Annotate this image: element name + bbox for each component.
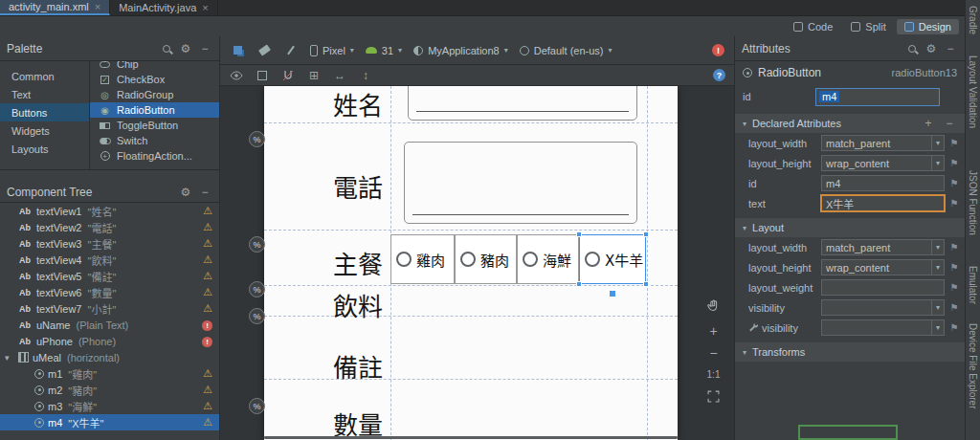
minimize-icon[interactable]: −: [197, 185, 212, 200]
palette-item-togglebutton[interactable]: ToggleButton: [90, 118, 219, 133]
locale-selector[interactable]: Default (en-us) ▾: [520, 45, 612, 56]
percent-badge[interactable]: %: [249, 308, 265, 324]
zoom-to-fit-icon[interactable]: [707, 390, 720, 405]
id-input[interactable]: m4: [815, 88, 940, 106]
chevron-down-icon[interactable]: ▾: [931, 300, 944, 315]
canvas-area[interactable]: 姓名 電話 主餐 雞肉 豬肉 海鮮: [220, 86, 734, 440]
tool-tab-gradle[interactable]: Gradle: [968, 6, 978, 34]
tree-item-textview1[interactable]: Ab textView1 "姓名" ⚠: [0, 203, 219, 219]
palette-item-chip[interactable]: Chip: [90, 61, 219, 72]
tree-item-uphone[interactable]: Ab uPhone (Phone) !: [0, 333, 219, 349]
blueprint-icon[interactable]: [255, 68, 270, 83]
tool-tab-device-file-explorer[interactable]: Device File Explorer: [968, 323, 978, 408]
name-edittext[interactable]: [408, 86, 637, 121]
design-artboard[interactable]: 姓名 電話 主餐 雞肉 豬肉 海鮮: [264, 86, 678, 440]
flag-icon[interactable]: ⚑: [948, 262, 960, 273]
tree-item-uname[interactable]: Ab uName (Plain Text) !: [0, 317, 219, 333]
zoom-ratio-button[interactable]: 1:1: [707, 369, 721, 380]
close-icon[interactable]: ×: [95, 1, 100, 12]
tree-item-m3[interactable]: m3 "海鮮" ⚠: [0, 398, 219, 414]
name-textview[interactable]: 姓名: [333, 86, 383, 121]
drink-textview[interactable]: 飲料: [333, 287, 383, 322]
tree-item-textview3[interactable]: Ab textView3 "主餐" ⚠: [0, 235, 219, 252]
pan-hand-icon[interactable]: [706, 298, 721, 315]
phone-textview[interactable]: 電話: [333, 168, 383, 204]
layout-weight-field[interactable]: [821, 279, 945, 296]
code-mode-button[interactable]: Code: [786, 19, 840, 34]
section-declared-attributes[interactable]: ▾ Declared Attributes + −: [735, 114, 965, 133]
tree-item-textview7[interactable]: Ab textView7 "小計" ⚠: [0, 300, 219, 317]
infer-constraints-icon[interactable]: [283, 43, 299, 58]
horizontal-arrow-icon[interactable]: ↔: [332, 68, 347, 83]
selection-handle[interactable]: [576, 231, 582, 237]
search-icon[interactable]: [159, 41, 174, 56]
palette-category-text[interactable]: Text: [0, 85, 89, 103]
tree-item-textview5[interactable]: Ab textView5 "備註" ⚠: [0, 268, 219, 284]
palette-category-common[interactable]: Common: [0, 67, 89, 85]
tree-item-textview4[interactable]: Ab textView4 "飲料" ⚠: [0, 252, 219, 268]
vertical-arrow-icon[interactable]: ↕: [358, 68, 373, 83]
tool-tab-emulator[interactable]: Emulator: [968, 266, 978, 304]
device-selector[interactable]: Pixel ▾: [310, 45, 354, 56]
close-icon[interactable]: ×: [202, 2, 208, 13]
gear-icon[interactable]: ⚙: [924, 41, 939, 56]
qty-textview[interactable]: 數量: [333, 406, 383, 440]
tree-item-m4[interactable]: m4 "X牛羊" ⚠: [0, 414, 219, 430]
note-textview[interactable]: 備註: [333, 348, 383, 384]
flag-icon[interactable]: ⚑: [948, 322, 960, 333]
tree-item-umeal[interactable]: ▾ uMeal (horizontal): [0, 349, 219, 365]
tab-mainactivity-java[interactable]: MainActivity.java ×: [110, 0, 218, 15]
view-options-eye-icon[interactable]: [229, 68, 244, 83]
selection-handle[interactable]: [576, 281, 582, 287]
design-mode-button[interactable]: Design: [897, 19, 959, 34]
minimize-icon[interactable]: −: [197, 41, 212, 56]
tool-tab-json-function[interactable]: JSON Function: [968, 170, 978, 235]
tree-item-textview6[interactable]: Ab textView6 "數量" ⚠: [0, 284, 219, 300]
selection-handle[interactable]: [643, 281, 649, 287]
minimize-icon[interactable]: −: [943, 41, 958, 56]
flag-icon[interactable]: ⚑: [948, 178, 960, 188]
percent-badge[interactable]: %: [249, 131, 265, 147]
flag-icon[interactable]: ⚑: [948, 302, 960, 313]
tool-tab-layout-validation[interactable]: Layout Validation: [968, 55, 978, 128]
radio-m2[interactable]: 豬肉: [455, 234, 517, 284]
percent-badge[interactable]: %: [249, 281, 265, 297]
eraser-icon[interactable]: [256, 43, 272, 58]
canvas-horizontal-scrollbar[interactable]: [264, 436, 678, 439]
palette-item-fab[interactable]: + FloatingAction...: [90, 148, 219, 164]
chevron-down-icon[interactable]: ▾: [931, 320, 944, 335]
help-icon[interactable]: ?: [713, 69, 725, 81]
palette-category-buttons[interactable]: Buttons: [0, 103, 89, 121]
palette-item-radiogroup[interactable]: ◎ RadioGroup: [90, 87, 219, 102]
flag-icon[interactable]: ⚑: [948, 198, 960, 209]
selection-handle[interactable]: [610, 291, 615, 297]
section-layout[interactable]: ▾ Layout: [735, 218, 965, 237]
tree-item-m2[interactable]: m2 "豬肉" ⚠: [0, 382, 219, 398]
zoom-in-button[interactable]: +: [709, 325, 717, 337]
tab-activity-main-xml[interactable]: activity_main.xml ×: [0, 0, 110, 15]
expand-arrow-icon[interactable]: ▾: [5, 353, 14, 363]
palette-category-layouts[interactable]: Layouts: [0, 140, 89, 158]
magnet-off-icon[interactable]: [280, 68, 296, 83]
layout-height-dropdown[interactable]: wrap_content ▾: [821, 259, 945, 275]
chevron-down-icon[interactable]: ▾: [931, 260, 944, 275]
flag-icon[interactable]: ⚑: [948, 242, 960, 253]
gear-icon[interactable]: ⚙: [178, 185, 193, 200]
layout-height-dropdown[interactable]: wrap_content ▾: [821, 155, 945, 171]
gear-icon[interactable]: ⚙: [178, 41, 193, 56]
palette-category-widgets[interactable]: Widgets: [0, 121, 89, 140]
theme-selector[interactable]: MyApplication8 ▾: [413, 45, 508, 56]
layout-width-dropdown[interactable]: match_parent ▾: [821, 239, 945, 255]
chevron-down-icon[interactable]: ▾: [931, 136, 944, 150]
remove-attribute-button[interactable]: −: [942, 116, 957, 131]
meal-textview[interactable]: 主餐: [333, 245, 383, 280]
chevron-down-icon[interactable]: ▾: [931, 240, 944, 254]
radio-m4-selected[interactable]: X牛羊: [579, 234, 646, 284]
visibility-dropdown[interactable]: ▾: [821, 299, 945, 316]
tree-item-textview2[interactable]: Ab textView2 "電話" ⚠: [0, 219, 219, 235]
id-field[interactable]: m4: [821, 175, 945, 191]
flag-icon[interactable]: ⚑: [948, 158, 960, 168]
percent-badge[interactable]: %: [249, 398, 265, 414]
api-level-selector[interactable]: 31 ▾: [366, 45, 402, 56]
split-mode-button[interactable]: Split: [843, 19, 893, 34]
